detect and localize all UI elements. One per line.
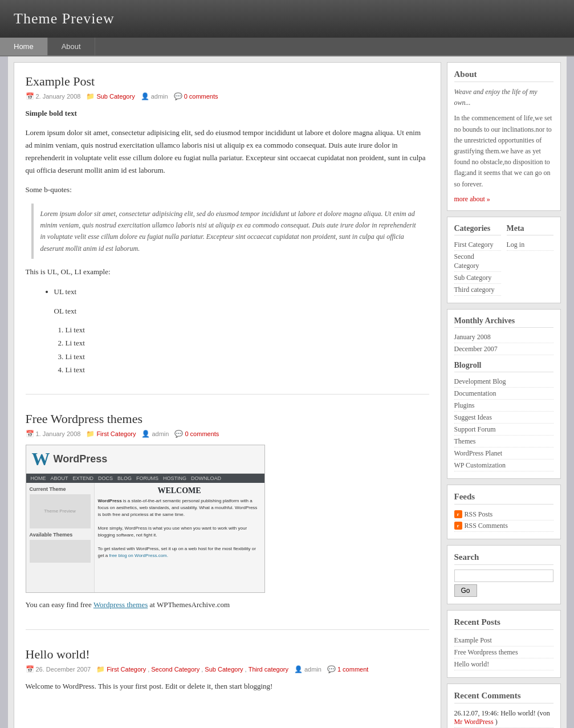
search-input[interactable]	[454, 570, 553, 582]
post-link-wp-themes[interactable]: Free Wordpress themes	[26, 412, 143, 426]
post-link-hello-world[interactable]: Hello world!	[26, 647, 90, 661]
wp-body-mock: Current Theme Theme Preview Available Th…	[26, 483, 264, 592]
search-button[interactable]: Go	[454, 584, 477, 597]
sidebar-about-body: In the commencement of life,we set no bo…	[454, 113, 553, 189]
wp-nav-about: ABOUT	[51, 475, 68, 481]
sidebar-recent-post-link-2[interactable]: Free Wordpress themes	[454, 648, 518, 656]
sidebar-feed-link-1[interactable]: RSS Posts	[465, 510, 493, 519]
wp-available-title: Available Themes	[30, 532, 91, 538]
folder-icon: 📁	[86, 92, 95, 100]
post-category-link-example[interactable]: Sub Category	[96, 93, 135, 100]
sidebar-about-italic: Weave and enjoy the life of my own...	[454, 87, 553, 108]
post-category-link-wp-themes[interactable]: First Category	[96, 430, 136, 437]
post-category-wp-themes: 📁 First Category	[86, 430, 136, 438]
post-comments-link-hello-world[interactable]: 1 comment	[337, 666, 368, 673]
nav-link-about[interactable]: About	[48, 38, 95, 55]
wordpress-screenshot: W WordPress HOME ABOUT EXTEND DOCS BLOG …	[26, 445, 265, 593]
sidebar-meta-item-1: Log in	[507, 239, 553, 251]
post-author-wp-themes: 👤 admin	[141, 430, 169, 438]
wp-logo-area: W WordPress	[26, 445, 264, 474]
site-title: Theme Preview	[14, 10, 560, 27]
post-comments-link-example[interactable]: 0 comments	[184, 93, 218, 100]
calendar-icon-2: 📅	[26, 430, 34, 438]
nav-link-home[interactable]: Home	[0, 38, 48, 55]
comment-author-link-1[interactable]: Mr WordPress	[454, 718, 494, 726]
post-ol: Li text Li text Li text Li text	[66, 323, 429, 377]
sidebar-feed-item-1: r RSS Posts	[454, 509, 553, 520]
wp-nav-docs: DOCS	[98, 475, 113, 481]
post-comments-link-wp-themes[interactable]: 0 comments	[185, 430, 219, 437]
sidebar-archives-col: Monthly Archives January 2008 December 2…	[454, 316, 553, 471]
post-cat-link-second[interactable]: Second Category	[151, 666, 200, 673]
sidebar-cat-item-4: Third category	[454, 284, 501, 296]
post-bold-text: Simple bold text	[26, 109, 77, 117]
sidebar-categories-list: First Category Second Category Sub Categ…	[454, 239, 501, 296]
site-header: Theme Preview	[0, 0, 574, 38]
sidebar-search-box: Search Go	[447, 545, 561, 604]
list-item-1: Li text	[66, 323, 429, 336]
post-wp-themes-link[interactable]: Wordpress themes	[93, 600, 148, 609]
wp-logo: W	[32, 449, 50, 470]
sidebar-blogroll-link-3[interactable]: Plugins	[454, 401, 475, 409]
sidebar-cat-link-3[interactable]: Sub Category	[454, 274, 492, 282]
wp-welcome-text3: To get started with WordPress, set it up…	[98, 546, 261, 559]
sidebar-archive-item-1: January 2008	[454, 331, 553, 343]
post-ul: UL text	[54, 285, 429, 298]
sidebar-cat-link-4[interactable]: Third category	[454, 286, 495, 294]
sidebar-about-box: About Weave and enjoy the life of my own…	[447, 62, 561, 211]
sidebar-feeds-list: r RSS Posts r RSS Comments	[454, 509, 553, 532]
sidebar-feed-link-2[interactable]: RSS Comments	[465, 522, 508, 530]
post-date-hello-world: 📅 26. December 2007	[26, 665, 91, 673]
sidebar-blogroll-link-5[interactable]: Support Forum	[454, 425, 496, 433]
user-icon: 👤	[141, 92, 149, 100]
rss-icon-posts: r	[454, 510, 462, 518]
sidebar-cat-item-3: Sub Category	[454, 272, 501, 284]
post-cat-link-first[interactable]: First Category	[107, 666, 146, 673]
sidebar-feeds-box: Feeds r RSS Posts r RSS Comments	[447, 485, 561, 539]
post-category-example: 📁 Sub Category	[86, 92, 135, 100]
sidebar-blogroll-link-6[interactable]: Themes	[454, 437, 476, 445]
wp-logo-text: WordPress	[54, 453, 108, 465]
folder-icon-3: 📁	[96, 665, 105, 673]
sidebar-blogroll-link-4[interactable]: Suggest Ideas	[454, 413, 492, 421]
sidebar-blogroll-link-7[interactable]: WordPress Planet	[454, 449, 503, 457]
post-title-hello-world: Hello world!	[26, 647, 429, 662]
sidebar-blogroll-link-2[interactable]: Documentation	[454, 389, 496, 397]
post-cat-link-third[interactable]: Third category	[249, 666, 288, 673]
sidebar-archives-title: Monthly Archives	[454, 316, 553, 328]
sidebar-recent-post-link-1[interactable]: Example Post	[454, 636, 492, 644]
sidebar-more-about-link[interactable]: more about »	[454, 195, 490, 203]
sidebar-archives-blogroll-box: Monthly Archives January 2008 December 2…	[447, 309, 561, 479]
sidebar-cat-meta-box: Categories First Category Second Categor…	[447, 217, 561, 303]
wp-theme-preview: Theme Preview	[30, 494, 91, 528]
wp-nav-extend: EXTEND	[73, 475, 94, 481]
sidebar-recent-post-3: Hello world!	[454, 658, 553, 670]
content-wrap: Example Post 📅 2. January 2008 📁 Sub Cat…	[8, 56, 567, 728]
post-paragraph: Lorem ipsum dolor sit amet, consectetur …	[26, 127, 429, 177]
sidebar-meta-col: Meta Log in	[501, 224, 553, 296]
sidebar-cat-link-1[interactable]: First Category	[454, 241, 494, 249]
folder-icon-2: 📁	[86, 430, 95, 438]
sidebar-cat-link-2[interactable]: Second Category	[454, 253, 479, 270]
post-cat-link-sub[interactable]: Sub Category	[205, 666, 243, 673]
wp-nav-hosting: HOSTING	[163, 475, 186, 481]
sidebar-recent-post-link-3[interactable]: Hello world!	[454, 660, 490, 668]
nav-item-home[interactable]: Home	[0, 38, 48, 55]
post-bquotes-label: Some b-quotes:	[26, 184, 429, 196]
post-body-wp-themes: You can easy find free Wordpress themes …	[26, 599, 429, 611]
sidebar-meta-list: Log in	[507, 239, 553, 251]
sidebar-recent-comment-1: 26.12.07, 19:46: Hello world! (von Mr Wo…	[454, 708, 553, 728]
sidebar-archive-link-2[interactable]: December 2007	[454, 345, 498, 353]
sidebar-blogroll-item-4: Suggest Ideas	[454, 412, 553, 424]
wp-sidebar-title: Current Theme	[30, 486, 91, 492]
sidebar-blogroll-link-8[interactable]: WP Customization	[454, 461, 506, 469]
sidebar-blogroll-item-6: Themes	[454, 436, 553, 448]
sidebar-blogroll-link-1[interactable]: Development Blog	[454, 377, 506, 385]
post-content-hello-world: Welcome to WordPress. This is your first…	[26, 680, 429, 693]
post-link-example[interactable]: Example Post	[26, 74, 95, 88]
list-item-ul: UL text	[54, 285, 429, 298]
nav-item-about[interactable]: About	[48, 38, 95, 55]
sidebar-meta-link-login[interactable]: Log in	[507, 241, 525, 249]
rss-icon-comments: r	[454, 522, 462, 530]
sidebar-archive-link-1[interactable]: January 2008	[454, 333, 491, 341]
